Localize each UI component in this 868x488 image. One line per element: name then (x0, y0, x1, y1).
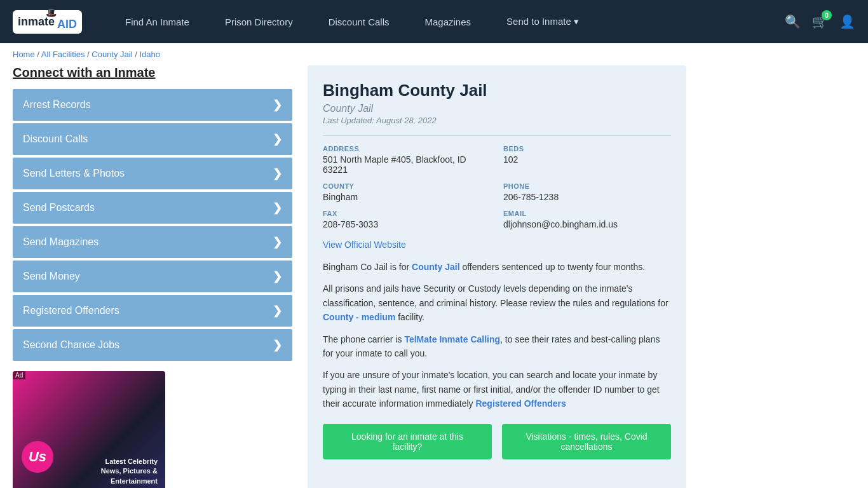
sidebar-item-label: Arrest Records (23, 99, 91, 111)
registered-offenders-link[interactable]: Registered Offenders (475, 398, 566, 409)
arrow-icon: ❯ (273, 235, 282, 249)
sidebar-item-send-magazines[interactable]: Send Magazines ❯ (13, 226, 292, 258)
sidebar-item-second-chance-jobs[interactable]: Second Chance Jobs ❯ (13, 329, 292, 361)
email-label: EMAIL (503, 210, 671, 217)
visitations-button[interactable]: Visitations - times, rules, Covid cancel… (502, 424, 671, 459)
facility-type: County Jail (323, 103, 671, 114)
beds-label: BEDS (503, 145, 671, 152)
facility-content: Bingham County Jail County Jail Last Upd… (308, 65, 686, 488)
breadcrumb-all-facilities[interactable]: All Facilities (41, 50, 85, 59)
user-icon[interactable]: 👤 (839, 14, 855, 29)
desc-para-2: All prisons and jails have Security or C… (323, 281, 671, 324)
sidebar-item-label: Registered Offenders (23, 305, 119, 316)
search-icon[interactable]: 🔍 (785, 14, 801, 29)
arrow-icon: ❯ (273, 166, 282, 180)
nav-find-inmate[interactable]: Find An Inmate (107, 0, 207, 43)
county-label: COUNTY (323, 182, 491, 190)
breadcrumb-home[interactable]: Home (13, 50, 35, 59)
fax-section: FAX 208-785-3033 (323, 210, 491, 229)
cart-badge: 0 (822, 10, 832, 20)
ad-text: Latest Celebrity News, Pictures & Entert… (101, 457, 158, 486)
desc1-text: Bingham Co Jail is for (323, 262, 412, 272)
action-buttons: Looking for an inmate at this facility? … (323, 424, 671, 459)
desc3-text: The phone carrier is (323, 334, 404, 344)
email-section: EMAIL dljohnson@co.bingham.id.us (503, 210, 671, 229)
nav-discount-calls[interactable]: Discount Calls (311, 0, 407, 43)
desc1-rest: offenders sentenced up to twenty four mo… (460, 262, 646, 272)
facility-updated: Last Updated: August 28, 2022 (323, 116, 671, 125)
arrow-icon: ❯ (273, 201, 282, 215)
sidebar: Connect with an Inmate Arrest Records ❯ … (13, 65, 292, 488)
sidebar-item-label: Send Letters & Photos (23, 168, 125, 179)
sidebar-item-label: Send Magazines (23, 236, 98, 248)
county-medium-link[interactable]: County - medium (323, 312, 395, 322)
breadcrumb-county-jail[interactable]: County Jail (92, 50, 132, 59)
ad-banner: Ad Us Latest Celebrity News, Pictures & … (13, 371, 165, 488)
address-label: ADDRESS (323, 145, 491, 152)
fax-label: FAX (323, 210, 491, 217)
nav-links: Find An Inmate Prison Directory Discount… (107, 0, 785, 43)
nav-prison-directory[interactable]: Prison Directory (207, 0, 311, 43)
sidebar-item-label: Second Chance Jobs (23, 339, 119, 351)
desc-para-1: Bingham Co Jail is for County Jail offen… (323, 260, 671, 274)
nav-right: 🔍 🛒 0 👤 (785, 14, 855, 29)
county-section: COUNTY Bingham (323, 182, 491, 202)
main-nav: inmate 🎩 AID Find An Inmate Prison Direc… (0, 0, 868, 43)
sidebar-item-label: Send Money (23, 271, 80, 282)
telmate-link[interactable]: TelMate Inmate Calling (404, 334, 500, 344)
facility-description: Bingham Co Jail is for County Jail offen… (323, 260, 671, 411)
sidebar-item-label: Discount Calls (23, 133, 88, 145)
county-value: Bingham (323, 192, 491, 202)
sidebar-item-discount-calls[interactable]: Discount Calls ❯ (13, 123, 292, 155)
arrow-icon: ❯ (273, 304, 282, 318)
address-value: 501 North Maple #405, Blackfoot, ID 6322… (323, 154, 491, 175)
desc2-text: All prisons and jails have Security or C… (323, 283, 668, 308)
sidebar-item-send-letters[interactable]: Send Letters & Photos ❯ (13, 158, 292, 189)
sidebar-item-label: Send Postcards (23, 202, 95, 214)
phone-label: PHONE (503, 182, 671, 190)
cart-button[interactable]: 🛒 0 (812, 14, 828, 29)
sidebar-item-send-postcards[interactable]: Send Postcards ❯ (13, 192, 292, 224)
breadcrumb-state[interactable]: Idaho (139, 50, 160, 59)
county-jail-link[interactable]: County Jail (412, 262, 459, 272)
sidebar-item-send-money[interactable]: Send Money ❯ (13, 261, 292, 292)
sidebar-item-arrest-records[interactable]: Arrest Records ❯ (13, 89, 292, 121)
arrow-icon: ❯ (273, 98, 282, 112)
ad-label: Ad (13, 371, 25, 379)
fax-value: 208-785-3033 (323, 219, 491, 229)
beds-value: 102 (503, 154, 671, 165)
looking-for-inmate-button[interactable]: Looking for an inmate at this facility? (323, 424, 492, 459)
address-section: ADDRESS 501 North Maple #405, Blackfoot,… (323, 145, 491, 175)
desc2-rest: facility. (395, 312, 424, 322)
desc-para-3: The phone carrier is TelMate Inmate Call… (323, 332, 671, 361)
logo-aid: AID (57, 18, 77, 30)
breadcrumb: Home / All Facilities / County Jail / Id… (0, 43, 868, 65)
email-value: dljohnson@co.bingham.id.us (503, 219, 671, 229)
phone-value: 206-785-1238 (503, 192, 671, 202)
main-layout: Connect with an Inmate Arrest Records ❯ … (0, 65, 699, 488)
logo-hat-icon: 🎩 (46, 8, 77, 18)
arrow-icon: ❯ (273, 338, 282, 352)
nav-send-to-inmate[interactable]: Send to Inmate ▾ (489, 0, 597, 43)
facility-info-grid: ADDRESS 501 North Maple #405, Blackfoot,… (323, 135, 671, 229)
phone-section: PHONE 206-785-1238 (503, 182, 671, 202)
beds-section: BEDS 102 (503, 145, 671, 175)
desc-para-4: If you are unsure of your inmate's locat… (323, 368, 671, 410)
us-magazine-logo: Us (22, 441, 53, 473)
logo[interactable]: inmate 🎩 AID (13, 10, 82, 34)
nav-magazines[interactable]: Magazines (407, 0, 489, 43)
arrow-icon: ❯ (273, 132, 282, 146)
arrow-icon: ❯ (273, 269, 282, 283)
view-website-link[interactable]: View Official Website (323, 240, 406, 250)
sidebar-item-registered-offenders[interactable]: Registered Offenders ❯ (13, 295, 292, 327)
facility-name: Bingham County Jail (323, 81, 671, 100)
sidebar-title: Connect with an Inmate (13, 65, 292, 80)
